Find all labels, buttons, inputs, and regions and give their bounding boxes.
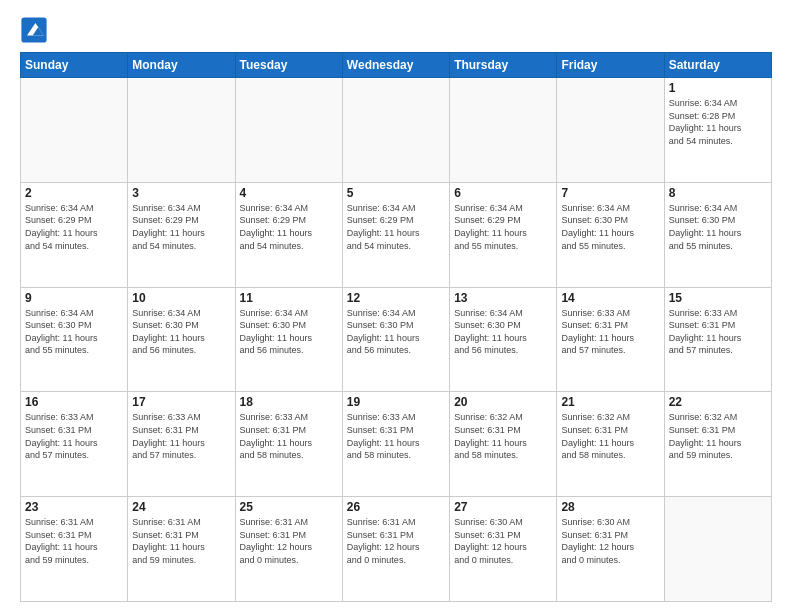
logo-icon — [20, 16, 48, 44]
day-number: 2 — [25, 186, 123, 200]
day-info: Sunrise: 6:31 AM Sunset: 6:31 PM Dayligh… — [25, 516, 123, 566]
day-info: Sunrise: 6:34 AM Sunset: 6:30 PM Dayligh… — [25, 307, 123, 357]
day-info: Sunrise: 6:32 AM Sunset: 6:31 PM Dayligh… — [454, 411, 552, 461]
calendar-cell: 12Sunrise: 6:34 AM Sunset: 6:30 PM Dayli… — [342, 287, 449, 392]
day-info: Sunrise: 6:34 AM Sunset: 6:30 PM Dayligh… — [240, 307, 338, 357]
day-number: 6 — [454, 186, 552, 200]
calendar-cell: 1Sunrise: 6:34 AM Sunset: 6:28 PM Daylig… — [664, 78, 771, 183]
day-number: 3 — [132, 186, 230, 200]
day-number: 17 — [132, 395, 230, 409]
day-info: Sunrise: 6:33 AM Sunset: 6:31 PM Dayligh… — [347, 411, 445, 461]
day-number: 24 — [132, 500, 230, 514]
calendar-cell: 25Sunrise: 6:31 AM Sunset: 6:31 PM Dayli… — [235, 497, 342, 602]
weekday-header-tuesday: Tuesday — [235, 53, 342, 78]
calendar-cell: 27Sunrise: 6:30 AM Sunset: 6:31 PM Dayli… — [450, 497, 557, 602]
day-info: Sunrise: 6:34 AM Sunset: 6:29 PM Dayligh… — [454, 202, 552, 252]
calendar-week-2: 2Sunrise: 6:34 AM Sunset: 6:29 PM Daylig… — [21, 182, 772, 287]
day-info: Sunrise: 6:32 AM Sunset: 6:31 PM Dayligh… — [561, 411, 659, 461]
day-info: Sunrise: 6:33 AM Sunset: 6:31 PM Dayligh… — [25, 411, 123, 461]
day-number: 23 — [25, 500, 123, 514]
calendar-cell — [450, 78, 557, 183]
weekday-header-monday: Monday — [128, 53, 235, 78]
day-info: Sunrise: 6:34 AM Sunset: 6:29 PM Dayligh… — [132, 202, 230, 252]
weekday-header-wednesday: Wednesday — [342, 53, 449, 78]
day-number: 8 — [669, 186, 767, 200]
calendar-cell: 7Sunrise: 6:34 AM Sunset: 6:30 PM Daylig… — [557, 182, 664, 287]
day-info: Sunrise: 6:33 AM Sunset: 6:31 PM Dayligh… — [132, 411, 230, 461]
calendar-cell: 14Sunrise: 6:33 AM Sunset: 6:31 PM Dayli… — [557, 287, 664, 392]
day-number: 25 — [240, 500, 338, 514]
calendar-cell: 15Sunrise: 6:33 AM Sunset: 6:31 PM Dayli… — [664, 287, 771, 392]
calendar-week-3: 9Sunrise: 6:34 AM Sunset: 6:30 PM Daylig… — [21, 287, 772, 392]
day-number: 10 — [132, 291, 230, 305]
day-number: 13 — [454, 291, 552, 305]
calendar-cell — [557, 78, 664, 183]
calendar-cell: 10Sunrise: 6:34 AM Sunset: 6:30 PM Dayli… — [128, 287, 235, 392]
day-number: 9 — [25, 291, 123, 305]
day-info: Sunrise: 6:34 AM Sunset: 6:30 PM Dayligh… — [132, 307, 230, 357]
calendar-week-4: 16Sunrise: 6:33 AM Sunset: 6:31 PM Dayli… — [21, 392, 772, 497]
calendar-cell: 24Sunrise: 6:31 AM Sunset: 6:31 PM Dayli… — [128, 497, 235, 602]
day-info: Sunrise: 6:31 AM Sunset: 6:31 PM Dayligh… — [240, 516, 338, 566]
day-number: 5 — [347, 186, 445, 200]
calendar-cell: 3Sunrise: 6:34 AM Sunset: 6:29 PM Daylig… — [128, 182, 235, 287]
calendar-cell: 4Sunrise: 6:34 AM Sunset: 6:29 PM Daylig… — [235, 182, 342, 287]
day-info: Sunrise: 6:34 AM Sunset: 6:30 PM Dayligh… — [669, 202, 767, 252]
calendar-cell — [235, 78, 342, 183]
calendar-cell — [342, 78, 449, 183]
day-number: 27 — [454, 500, 552, 514]
calendar-cell: 8Sunrise: 6:34 AM Sunset: 6:30 PM Daylig… — [664, 182, 771, 287]
day-info: Sunrise: 6:34 AM Sunset: 6:29 PM Dayligh… — [240, 202, 338, 252]
day-number: 22 — [669, 395, 767, 409]
calendar-cell: 17Sunrise: 6:33 AM Sunset: 6:31 PM Dayli… — [128, 392, 235, 497]
header — [20, 16, 772, 44]
day-info: Sunrise: 6:34 AM Sunset: 6:30 PM Dayligh… — [347, 307, 445, 357]
day-info: Sunrise: 6:30 AM Sunset: 6:31 PM Dayligh… — [561, 516, 659, 566]
calendar-week-5: 23Sunrise: 6:31 AM Sunset: 6:31 PM Dayli… — [21, 497, 772, 602]
page: SundayMondayTuesdayWednesdayThursdayFrid… — [0, 0, 792, 612]
calendar-cell: 9Sunrise: 6:34 AM Sunset: 6:30 PM Daylig… — [21, 287, 128, 392]
calendar-cell: 2Sunrise: 6:34 AM Sunset: 6:29 PM Daylig… — [21, 182, 128, 287]
day-info: Sunrise: 6:30 AM Sunset: 6:31 PM Dayligh… — [454, 516, 552, 566]
calendar-cell: 23Sunrise: 6:31 AM Sunset: 6:31 PM Dayli… — [21, 497, 128, 602]
day-number: 14 — [561, 291, 659, 305]
calendar-cell: 13Sunrise: 6:34 AM Sunset: 6:30 PM Dayli… — [450, 287, 557, 392]
calendar-cell: 20Sunrise: 6:32 AM Sunset: 6:31 PM Dayli… — [450, 392, 557, 497]
calendar-cell: 19Sunrise: 6:33 AM Sunset: 6:31 PM Dayli… — [342, 392, 449, 497]
day-info: Sunrise: 6:31 AM Sunset: 6:31 PM Dayligh… — [132, 516, 230, 566]
day-info: Sunrise: 6:34 AM Sunset: 6:29 PM Dayligh… — [25, 202, 123, 252]
day-info: Sunrise: 6:34 AM Sunset: 6:28 PM Dayligh… — [669, 97, 767, 147]
day-number: 7 — [561, 186, 659, 200]
day-number: 16 — [25, 395, 123, 409]
day-info: Sunrise: 6:34 AM Sunset: 6:29 PM Dayligh… — [347, 202, 445, 252]
day-number: 12 — [347, 291, 445, 305]
calendar-cell — [21, 78, 128, 183]
day-number: 18 — [240, 395, 338, 409]
day-info: Sunrise: 6:34 AM Sunset: 6:30 PM Dayligh… — [561, 202, 659, 252]
weekday-header-friday: Friday — [557, 53, 664, 78]
weekday-header-thursday: Thursday — [450, 53, 557, 78]
day-number: 15 — [669, 291, 767, 305]
calendar-cell: 21Sunrise: 6:32 AM Sunset: 6:31 PM Dayli… — [557, 392, 664, 497]
day-info: Sunrise: 6:34 AM Sunset: 6:30 PM Dayligh… — [454, 307, 552, 357]
calendar-cell: 11Sunrise: 6:34 AM Sunset: 6:30 PM Dayli… — [235, 287, 342, 392]
day-number: 20 — [454, 395, 552, 409]
calendar-cell: 26Sunrise: 6:31 AM Sunset: 6:31 PM Dayli… — [342, 497, 449, 602]
weekday-header-saturday: Saturday — [664, 53, 771, 78]
day-number: 21 — [561, 395, 659, 409]
calendar-cell: 18Sunrise: 6:33 AM Sunset: 6:31 PM Dayli… — [235, 392, 342, 497]
calendar-header-row: SundayMondayTuesdayWednesdayThursdayFrid… — [21, 53, 772, 78]
day-info: Sunrise: 6:33 AM Sunset: 6:31 PM Dayligh… — [669, 307, 767, 357]
day-number: 19 — [347, 395, 445, 409]
day-number: 28 — [561, 500, 659, 514]
day-number: 26 — [347, 500, 445, 514]
calendar-cell: 16Sunrise: 6:33 AM Sunset: 6:31 PM Dayli… — [21, 392, 128, 497]
day-info: Sunrise: 6:32 AM Sunset: 6:31 PM Dayligh… — [669, 411, 767, 461]
calendar-table: SundayMondayTuesdayWednesdayThursdayFrid… — [20, 52, 772, 602]
day-info: Sunrise: 6:33 AM Sunset: 6:31 PM Dayligh… — [561, 307, 659, 357]
day-number: 11 — [240, 291, 338, 305]
weekday-header-sunday: Sunday — [21, 53, 128, 78]
calendar-cell — [128, 78, 235, 183]
day-number: 1 — [669, 81, 767, 95]
calendar-cell: 6Sunrise: 6:34 AM Sunset: 6:29 PM Daylig… — [450, 182, 557, 287]
